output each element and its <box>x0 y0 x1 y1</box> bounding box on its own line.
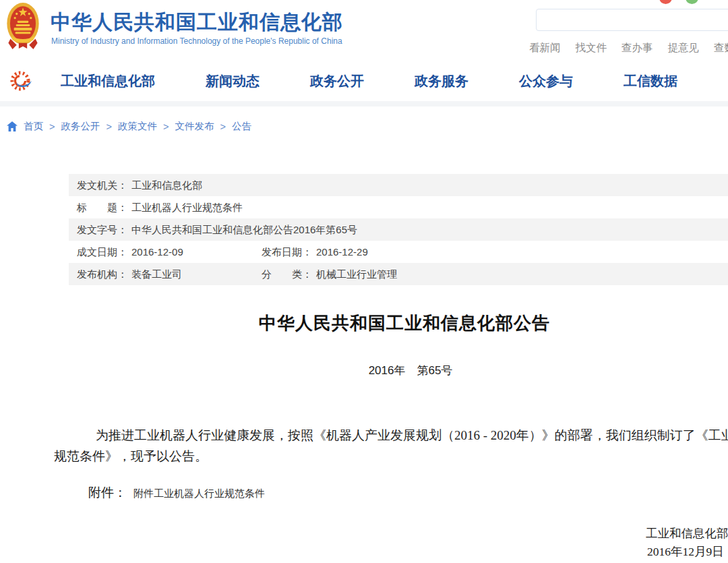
document-title: 中华人民共和国工业和信息化部公告 <box>0 312 728 335</box>
meta-row-issuing-agency: 发文机关：工业和信息化部 <box>69 174 728 196</box>
signature-date: 2016年12月9日 <box>647 543 724 560</box>
breadcrumb-separator: > <box>49 121 55 132</box>
nav-item-miit-data[interactable]: 工信数据 <box>624 72 677 90</box>
quick-link-feedback[interactable]: 提意见 <box>668 41 700 55</box>
meta-row-agency-category: 发布机构：装备工业司 分 类：机械工业行业管理 <box>69 263 728 285</box>
nav-items: 工业和信息化部 新闻动态 政务公开 政务服务 公众参与 工信数据 <box>61 61 677 101</box>
breadcrumb-home[interactable]: 首页 <box>24 120 43 133</box>
site-header: 中华人民共和国工业和信息化部 Ministry of Industry and … <box>0 0 728 61</box>
quick-links: 看新闻 找文件 查办事 提意见 查数据 <box>529 41 728 55</box>
nav-item-news[interactable]: 新闻动态 <box>206 72 260 90</box>
meta-label: 分 类： <box>262 268 312 280</box>
nav-item-public-participation[interactable]: 公众参与 <box>519 72 573 90</box>
site-title[interactable]: 中华人民共和国工业和信息化部 <box>51 9 343 36</box>
attachment-label: 附件： <box>88 485 127 500</box>
breadcrumb-policy-documents[interactable]: 政策文件 <box>118 120 157 133</box>
meta-cell-category: 分 类：机械工业行业管理 <box>262 263 397 285</box>
meta-label: 标 题： <box>77 202 127 213</box>
red-dot-icon <box>659 0 672 4</box>
breadcrumb-announcement[interactable]: 公告 <box>232 120 251 133</box>
document-meta-table: 发文机关：工业和信息化部 标 题：工业机器人行业规范条件 发文字号：中华人民共和… <box>69 174 728 285</box>
site-subtitle: Ministry of Industry and Information Tec… <box>51 36 342 46</box>
meta-value: 2016-12-09 <box>131 246 183 258</box>
nav-divider <box>0 101 728 107</box>
meta-label: 发文机关： <box>77 179 127 191</box>
breadcrumb-gov-disclosure[interactable]: 政务公开 <box>61 120 100 133</box>
meta-label: 发布日期： <box>262 246 312 258</box>
national-emblem-icon <box>4 1 42 50</box>
meta-label: 发布机构： <box>77 268 127 280</box>
home-icon[interactable] <box>7 121 18 131</box>
search-input[interactable] <box>536 9 728 31</box>
meta-value: 中华人民共和国工业和信息化部公告2016年第65号 <box>131 224 357 235</box>
quick-link-news[interactable]: 看新闻 <box>529 41 561 55</box>
attachment-link[interactable]: 附件工业机器人行业规范条件 <box>133 488 265 499</box>
meta-value: 机械工业行业管理 <box>316 268 397 280</box>
body-paragraph-line-2: 规范条件》，现予以公告。 <box>54 448 208 465</box>
attachment-row: 附件：附件工业机器人行业规范条件 <box>88 484 265 502</box>
green-dot-icon <box>686 0 698 4</box>
breadcrumb-separator: > <box>163 121 169 132</box>
signature-agency: 工业和信息化部 <box>646 525 728 541</box>
meta-row-title: 标 题：工业机器人行业规范条件 <box>69 196 728 218</box>
nav-item-gov-services[interactable]: 政务服务 <box>415 72 468 90</box>
body-paragraph-line-1: 为推进工业机器人行业健康发展，按照《机器人产业发展规划（2016 - 2020年… <box>96 427 728 444</box>
breadcrumb-separator: > <box>220 121 225 132</box>
main-nav: 工业和信息化部 新闻动态 政务公开 政务服务 公众参与 工信数据 <box>0 61 728 101</box>
breadcrumb-document-release[interactable]: 文件发布 <box>175 120 214 133</box>
meta-value: 装备工业司 <box>131 268 182 280</box>
meta-value: 工业机器人行业规范条件 <box>131 202 243 213</box>
meta-label: 发文字号： <box>77 224 127 235</box>
meta-cell-publish-date: 发布日期：2016-12-29 <box>262 241 368 263</box>
meta-row-dates: 成文日期：2016-12-09 发布日期：2016-12-29 <box>69 241 728 263</box>
quick-link-data[interactable]: 查数据 <box>714 41 728 55</box>
nav-item-gov-disclosure[interactable]: 政务公开 <box>310 72 364 90</box>
quick-link-services[interactable]: 查办事 <box>621 41 653 55</box>
meta-value: 工业和信息化部 <box>131 179 202 191</box>
meta-label: 成文日期： <box>77 246 127 258</box>
nav-item-miit[interactable]: 工业和信息化部 <box>61 72 155 90</box>
miit-gear-logo-icon[interactable] <box>8 67 35 94</box>
document-number: 2016年 第65号 <box>0 363 728 378</box>
breadcrumb-separator: > <box>106 121 111 132</box>
meta-value: 2016-12-29 <box>316 246 368 258</box>
quick-link-documents[interactable]: 找文件 <box>576 41 607 55</box>
breadcrumb: 首页 > 政务公开 > 政策文件 > 文件发布 > 公告 <box>7 120 251 133</box>
meta-row-doc-number: 发文字号：中华人民共和国工业和信息化部公告2016年第65号 <box>69 218 728 241</box>
